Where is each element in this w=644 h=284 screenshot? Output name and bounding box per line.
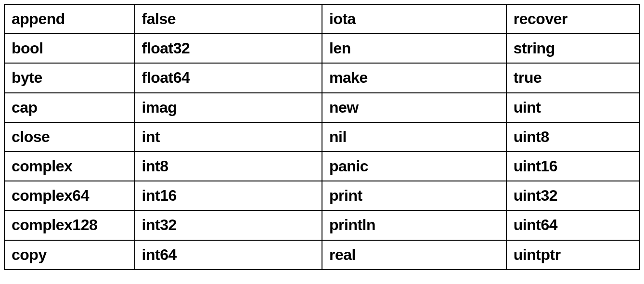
- table-cell: false: [135, 4, 322, 34]
- table-cell: byte: [4, 63, 135, 92]
- table-cell: complex64: [4, 181, 135, 210]
- table-cell: true: [506, 63, 640, 92]
- table-cell: uint8: [506, 122, 640, 152]
- table-row: cap imag new uint: [4, 93, 640, 122]
- identifier-table: append false iota recover bool float32 l…: [4, 4, 640, 270]
- table-row: complex int8 panic uint16: [4, 152, 640, 181]
- table-cell: uint16: [506, 152, 640, 181]
- table-cell: float64: [135, 63, 322, 92]
- table-cell: int: [135, 122, 322, 152]
- table-cell: int16: [135, 181, 322, 210]
- table-cell: len: [322, 34, 506, 63]
- table-row: byte float64 make true: [4, 63, 640, 92]
- table-cell: iota: [322, 4, 506, 34]
- table-row: bool float32 len string: [4, 34, 640, 63]
- table-cell: panic: [322, 152, 506, 181]
- table-cell: cap: [4, 93, 135, 122]
- table-row: copy int64 real uintptr: [4, 240, 640, 270]
- table-cell: append: [4, 4, 135, 34]
- table-cell: float32: [135, 34, 322, 63]
- table-cell: copy: [4, 240, 135, 270]
- table-cell: uint64: [506, 210, 640, 240]
- table-cell: bool: [4, 34, 135, 63]
- table-row: complex64 int16 print uint32: [4, 181, 640, 210]
- table-cell: string: [506, 34, 640, 63]
- table-cell: uintptr: [506, 240, 640, 270]
- table-cell: make: [322, 63, 506, 92]
- table-cell: int32: [135, 210, 322, 240]
- table-cell: uint32: [506, 181, 640, 210]
- table-cell: uint: [506, 93, 640, 122]
- table-cell: println: [322, 210, 506, 240]
- table-cell: recover: [506, 4, 640, 34]
- table-row: complex128 int32 println uint64: [4, 210, 640, 240]
- table-row: close int nil uint8: [4, 122, 640, 152]
- table-cell: nil: [322, 122, 506, 152]
- table-cell: close: [4, 122, 135, 152]
- table-cell: complex128: [4, 210, 135, 240]
- table-cell: complex: [4, 152, 135, 181]
- table-cell: new: [322, 93, 506, 122]
- table-row: append false iota recover: [4, 4, 640, 34]
- table-cell: print: [322, 181, 506, 210]
- table-cell: real: [322, 240, 506, 270]
- table-cell: int8: [135, 152, 322, 181]
- table-cell: int64: [135, 240, 322, 270]
- table-cell: imag: [135, 93, 322, 122]
